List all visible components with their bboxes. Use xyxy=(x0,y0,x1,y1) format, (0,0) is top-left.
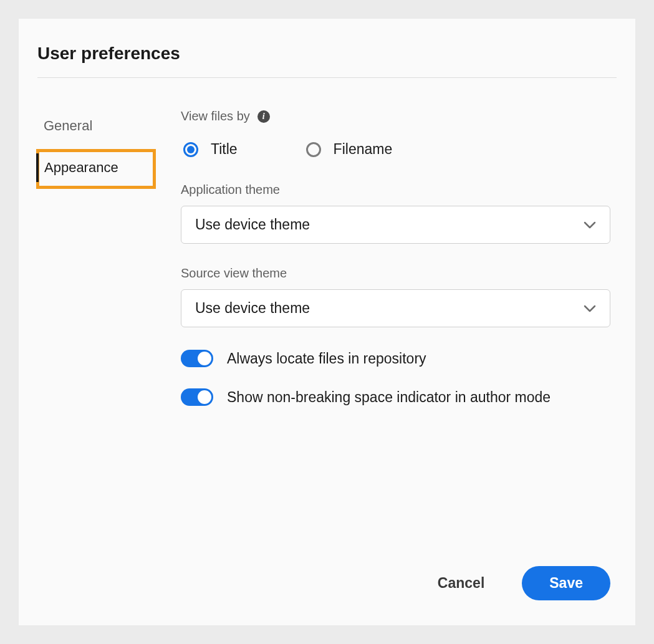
toggle-label: Show non-breaking space indicator in aut… xyxy=(227,389,551,406)
radio-filename[interactable]: Filename xyxy=(306,141,393,158)
source-view-theme-label: Source view theme xyxy=(181,266,610,281)
source-view-theme-select[interactable]: Use device theme xyxy=(181,289,610,327)
chevron-down-icon xyxy=(584,305,596,312)
radio-label: Title xyxy=(211,141,238,158)
radio-title[interactable]: Title xyxy=(183,141,238,158)
sidebar: General Appearance xyxy=(37,109,156,427)
content-area: General Appearance View files by i Title… xyxy=(25,109,617,427)
footer-actions: Cancel Save xyxy=(438,566,610,600)
page-title: User preferences xyxy=(37,44,617,64)
section-label-text: View files by xyxy=(181,109,250,123)
toggle-switch-locate-files[interactable] xyxy=(181,350,213,367)
application-theme-select[interactable]: Use device theme xyxy=(181,206,610,244)
toggle-locate-files: Always locate files in repository xyxy=(181,350,610,367)
main-settings: View files by i Title Filename Applicati… xyxy=(181,109,617,427)
select-value: Use device theme xyxy=(195,216,310,233)
application-theme-label: Application theme xyxy=(181,183,610,197)
view-files-by-radio-group: Title Filename xyxy=(181,141,610,158)
save-button[interactable]: Save xyxy=(522,566,610,600)
preferences-panel: User preferences General Appearance View… xyxy=(19,19,635,625)
radio-indicator xyxy=(183,142,198,157)
sidebar-item-label: General xyxy=(44,118,92,133)
divider xyxy=(37,77,617,78)
select-value: Use device theme xyxy=(195,300,310,317)
sidebar-item-general[interactable]: General xyxy=(37,112,156,140)
view-files-by-label: View files by i xyxy=(181,109,610,123)
cancel-button[interactable]: Cancel xyxy=(438,575,484,592)
toggle-nbsp-indicator: Show non-breaking space indicator in aut… xyxy=(181,388,610,406)
toggle-label: Always locate files in repository xyxy=(227,350,426,367)
radio-label: Filename xyxy=(334,141,393,158)
chevron-down-icon xyxy=(584,221,596,229)
info-icon[interactable]: i xyxy=(257,110,270,123)
sidebar-item-label: Appearance xyxy=(44,160,118,175)
radio-indicator xyxy=(306,142,321,157)
toggle-switch-nbsp-indicator[interactable] xyxy=(181,388,213,406)
sidebar-item-appearance[interactable]: Appearance xyxy=(36,149,156,189)
